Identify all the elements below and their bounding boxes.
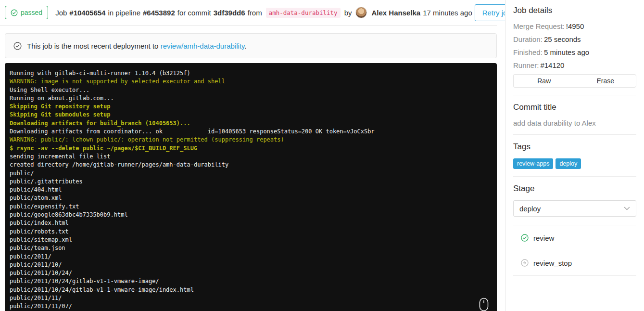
job-id: #10405654	[69, 9, 105, 17]
status-label: passed	[21, 9, 42, 16]
detail-value: #14120	[540, 61, 564, 69]
log-line: public/google863dbc4b7335b0b9.html	[10, 211, 492, 219]
log-line: public/2011/11/07/	[10, 302, 492, 311]
detail-label: Runner:	[513, 61, 539, 69]
log-line: $ rsync -av --delete public ~/pages/$CI_…	[10, 144, 492, 153]
log-line: Using Shell executor...	[10, 86, 492, 94]
job-details-list: Merge Request:!4950Duration:25 secondsFi…	[513, 22, 636, 69]
log-line: public/2011/10/24/	[10, 269, 492, 277]
author-name[interactable]: Alex Hanselka	[371, 9, 420, 17]
status-passed-icon	[521, 234, 529, 242]
in-pipeline-words: in pipeline	[108, 9, 140, 17]
notice-text: This job is the most recent deployment t…	[27, 42, 247, 50]
notice-period: .	[244, 42, 246, 50]
time-ago: 17 minutes ago	[423, 9, 472, 17]
detail-value: !4950	[566, 22, 584, 30]
log-line: created directory /home/gitlab-runner/pa…	[10, 161, 492, 169]
commit-title-heading: Commit title	[513, 103, 636, 112]
log-line: WARNING: public/: lchown public/: operat…	[10, 136, 492, 144]
divider	[513, 134, 636, 135]
chevron-down-icon	[624, 207, 630, 211]
from-word: from	[248, 9, 262, 17]
check-circle-icon	[13, 42, 22, 50]
divider	[513, 95, 636, 95]
scroll-down-button[interactable]	[478, 298, 490, 311]
log-line: public/2011/10/24/gitlab-v1-1-vmware-ima…	[10, 277, 492, 285]
log-line: public/atom.xml	[10, 194, 492, 202]
log-line: public/2011/10/24/gitlab-v1-1-vmware-ima…	[10, 286, 492, 294]
job-detail-row: Merge Request:!4950	[513, 22, 636, 30]
for-commit-words: for commit	[177, 9, 211, 17]
branch-ref-link[interactable]: amh-data-durability	[266, 8, 341, 18]
job-sidebar: Job details Merge Request:!4950Duration:…	[505, 0, 644, 311]
build-trace-container: Running with gitlab-ci-multi-runner 1.10…	[5, 63, 497, 311]
commit-sha: 3df39dd6	[214, 9, 245, 17]
log-line: public/team.json	[10, 244, 492, 252]
environment-link[interactable]: review/amh-data-durability	[161, 42, 245, 50]
erase-button[interactable]: Erase	[575, 74, 637, 88]
log-line: Skipping Git submodules setup	[10, 111, 492, 119]
log-line: public/expensify.txt	[10, 203, 492, 211]
tags-heading: Tags	[513, 142, 636, 152]
notice-text-body: This job is the most recent deployment t…	[27, 42, 158, 50]
log-line: public/404.html	[10, 186, 492, 194]
tag-badge[interactable]: review-apps	[513, 158, 553, 169]
stage-job-label: review_stop	[533, 259, 572, 267]
log-line: public/	[10, 169, 492, 178]
tag-badge[interactable]: deploy	[556, 158, 581, 169]
stage-heading: Stage	[513, 184, 636, 194]
stage-dropdown[interactable]: deploy	[513, 200, 636, 217]
stage-job-review[interactable]: review	[513, 225, 636, 250]
job-detail-row: Runner:#14120	[513, 61, 636, 69]
build-header: passed Job #10405654 in pipeline #645389…	[0, 0, 497, 26]
job-detail-row: Duration:25 seconds	[513, 35, 636, 43]
log-line: sending incremental file list	[10, 153, 492, 161]
status-passed-icon	[11, 9, 18, 16]
log-line: Downloading artifacts from coordinator..…	[10, 128, 492, 136]
stage-job-review_stop[interactable]: review_stop	[513, 250, 636, 275]
log-line: Downloading artifacts for build_branch (…	[10, 119, 492, 128]
log-line: Running on about.gitlab.com...	[10, 94, 492, 103]
raw-button[interactable]: Raw	[513, 74, 575, 88]
log-line: public/2011/10/	[10, 261, 492, 269]
tags-list: review-appsdeploy	[513, 158, 636, 169]
log-line: public/index.html	[10, 219, 492, 227]
detail-label: Merge Request:	[513, 22, 565, 30]
detail-label: Finished:	[513, 48, 543, 56]
avatar[interactable]	[355, 7, 367, 18]
log-actions: Raw Erase	[513, 74, 636, 88]
log-line: Running with gitlab-ci-multi-runner 1.10…	[10, 69, 492, 78]
divider	[513, 176, 636, 177]
log-line: public/sitemap.xml	[10, 236, 492, 244]
log-line: WARNING: image is not supported by selec…	[10, 78, 492, 86]
status-manual-icon	[521, 259, 529, 267]
sidebar-title: Job details	[513, 6, 636, 15]
detail-value: 25 seconds	[544, 35, 581, 43]
stage-dropdown-value: deploy	[519, 205, 541, 213]
mouse-scroll-icon	[478, 298, 490, 311]
job-detail-row: Finished:5 minutes ago	[513, 48, 636, 56]
log-line: public/.gitattributes	[10, 178, 492, 186]
detail-label: Duration:	[513, 35, 543, 43]
deployment-notice: This job is the most recent deployment t…	[5, 33, 497, 58]
log-line: public/robots.txt	[10, 228, 492, 236]
detail-value: 5 minutes ago	[544, 48, 589, 56]
stage-job-label: review	[533, 234, 554, 242]
job-main-column: passed Job #10405654 in pipeline #645389…	[0, 0, 497, 311]
by-word: by	[344, 9, 352, 17]
stage-jobs-list: reviewreview_stop	[513, 225, 636, 276]
log-line: Skipping Git repository setup	[10, 103, 492, 111]
job-word: Job	[55, 9, 67, 17]
log-line: public/2011/	[10, 253, 492, 261]
pipeline-id: #6453892	[143, 9, 175, 17]
log-line: public/2011/11/	[10, 294, 492, 302]
build-log: Running with gitlab-ci-multi-runner 1.10…	[5, 63, 497, 311]
status-badge: passed	[5, 6, 48, 19]
commit-title-text: add data durability to Alex	[513, 119, 636, 127]
